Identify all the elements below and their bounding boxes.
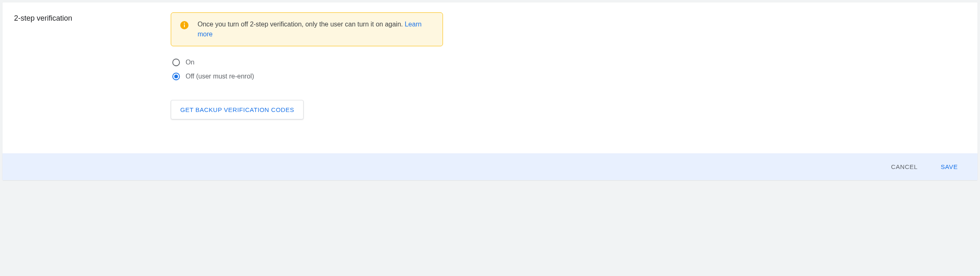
alert-text: Once you turn off 2-step verification, o… xyxy=(198,19,434,39)
radio-option-on[interactable]: On xyxy=(172,58,443,67)
info-icon xyxy=(179,20,189,30)
panel-content: 2-step verification Once you turn off 2-… xyxy=(2,2,978,153)
action-footer: CANCEL SAVE xyxy=(2,153,978,180)
alert-message: Once you turn off 2-step verification, o… xyxy=(198,21,405,28)
warning-alert: Once you turn off 2-step verification, o… xyxy=(171,12,443,46)
svg-point-3 xyxy=(173,59,180,66)
save-button[interactable]: SAVE xyxy=(938,162,961,172)
section-label-column: 2-step verification xyxy=(14,12,171,145)
svg-point-5 xyxy=(174,74,178,78)
radio-option-off[interactable]: Off (user must re-enrol) xyxy=(172,72,443,81)
get-backup-codes-button[interactable]: GET BACKUP VERIFICATION CODES xyxy=(171,100,304,119)
radio-label-off: Off (user must re-enrol) xyxy=(186,73,254,80)
radio-unchecked-icon xyxy=(172,58,181,67)
radio-label-on: On xyxy=(186,59,194,66)
svg-point-2 xyxy=(184,23,185,24)
settings-panel: 2-step verification Once you turn off 2-… xyxy=(2,2,978,180)
svg-rect-1 xyxy=(184,24,185,27)
section-title: 2-step verification xyxy=(14,12,171,23)
cancel-button[interactable]: CANCEL xyxy=(888,162,921,172)
radio-checked-icon xyxy=(172,72,181,81)
two-step-radio-group: On Off (user must re-enrol) xyxy=(171,58,443,81)
section-controls-column: Once you turn off 2-step verification, o… xyxy=(171,12,443,145)
